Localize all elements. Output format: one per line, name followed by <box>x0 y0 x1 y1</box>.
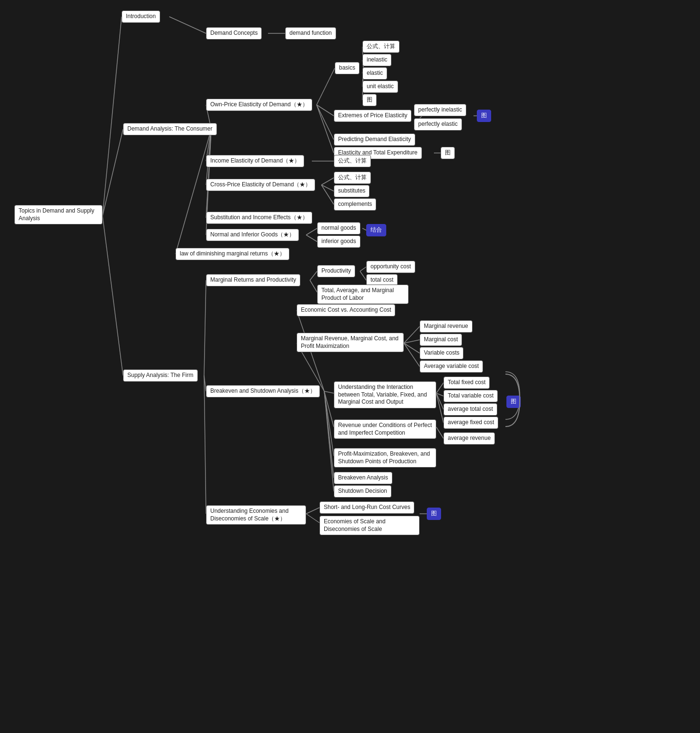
svg-line-0 <box>103 17 122 216</box>
inelastic-node: inelastic <box>362 54 391 66</box>
svg-line-36 <box>360 267 366 271</box>
root-node: Topics in Demand and Supply Analysis <box>14 205 103 224</box>
svg-line-31 <box>204 280 206 376</box>
demand-analysis-node: Demand Analysis: The Consumer <box>123 123 217 135</box>
substitutes-node: substitutes <box>334 185 370 197</box>
svg-line-45 <box>404 326 420 343</box>
opportunity-cost-node: opportunity cost <box>366 261 415 273</box>
mindmap-container: Topics in Demand and Supply Analysis Int… <box>0 0 700 733</box>
total-avg-marginal-node: Total, Average, and Marginal Product of … <box>317 285 409 304</box>
demand-concepts-node: Demand Concepts <box>206 27 262 40</box>
elastic-node: elastic <box>362 67 387 80</box>
svg-line-44 <box>324 391 334 491</box>
intro-node: Introduction <box>122 10 160 23</box>
tu-blue3-node: 图 <box>427 508 441 520</box>
svg-line-42 <box>324 391 334 456</box>
extremes-price-node: Extremes of Price Elasticity <box>334 110 412 122</box>
svg-line-10 <box>317 68 335 105</box>
predicting-demand-node: Predicting Demand Elasticity <box>334 133 415 146</box>
inferior-goods-node: inferior goods <box>317 235 360 248</box>
marginal-returns-node: Marginal Returns and Productivity <box>206 274 300 286</box>
svg-line-11 <box>317 105 334 116</box>
svg-line-41 <box>324 391 334 427</box>
supply-analysis-node: Supply Analysis: The Firm <box>123 369 198 382</box>
income-elasticity-node: Income Elasticity of Demand（★） <box>206 155 304 167</box>
svg-line-24 <box>321 178 334 185</box>
svg-line-1 <box>103 129 123 216</box>
gongshi2-node: 公式、计算 <box>334 155 371 167</box>
total-fixed-cost-node: Total fixed cost <box>443 377 490 389</box>
svg-line-55 <box>306 508 319 514</box>
svg-line-54 <box>436 427 443 438</box>
svg-line-3 <box>169 17 206 33</box>
revenue-conditions-node: Revenue under Conditions of Perfect and … <box>334 419 436 439</box>
cross-price-elasticity-node: Cross-Price Elasticity of Demand（★） <box>206 179 315 191</box>
shutdown-decision-node: Shutdown Decision <box>334 485 391 498</box>
svg-line-13 <box>317 105 334 153</box>
total-variable-cost-node: Total variable cost <box>443 390 498 402</box>
marginal-revenue-cost-node: Marginal Revenue, Marginal Cost, and Pro… <box>297 333 404 352</box>
svg-line-52 <box>436 393 443 423</box>
svg-line-34 <box>310 271 317 280</box>
understanding-interaction-node: Understanding the Interaction between To… <box>334 381 436 408</box>
profit-breakeven-shutdown-node: Profit-Maximization, Breakeven, and Shut… <box>334 448 436 468</box>
normal-inferior-node: Normal and Inferior Goods（★） <box>206 229 299 241</box>
variable-costs-node: Variable costs <box>420 347 463 359</box>
svg-line-47 <box>404 343 420 353</box>
tu1-node: 图 <box>362 94 377 106</box>
complements-node: complements <box>334 198 376 211</box>
gongshi3-node: 公式、计算 <box>334 172 371 184</box>
svg-line-26 <box>321 185 334 204</box>
productivity-node: Productivity <box>317 265 355 277</box>
svg-line-29 <box>362 228 366 230</box>
tu-blue1-node: 图 <box>477 110 491 122</box>
svg-line-28 <box>306 235 317 242</box>
svg-line-37 <box>360 271 366 280</box>
marginal-cost-node: Marginal cost <box>420 334 462 346</box>
law-diminishing-node: law of diminishing marginal returns（★） <box>175 248 289 260</box>
substitution-income-node: Substitution and Income Effects（★） <box>206 212 312 224</box>
svg-line-8 <box>206 129 211 218</box>
unit-elastic-node: unit elastic <box>362 81 398 93</box>
svg-line-49 <box>436 383 443 393</box>
economic-vs-accounting-node: Economic Cost vs. Accounting Cost <box>297 304 395 316</box>
breakeven-shutdown-node: Breakeven and Shutdown Analysis（★） <box>206 385 320 397</box>
svg-line-50 <box>436 393 443 396</box>
breakeven-analysis-node: Breakeven Analysis <box>334 472 392 484</box>
avg-total-cost-node: average total cost <box>443 403 497 416</box>
avg-variable-cost-node: Average variable cost <box>420 360 483 373</box>
perfectly-elastic-node: perfectly elastic <box>414 118 462 131</box>
jiehe-blue-node: 结合 <box>366 224 386 236</box>
bracket-svg <box>501 372 529 429</box>
svg-line-48 <box>404 343 420 366</box>
svg-line-12 <box>317 105 334 140</box>
svg-line-2 <box>103 216 123 376</box>
gongshi1-node: 公式、计算 <box>362 41 400 53</box>
svg-line-56 <box>306 514 319 523</box>
understanding-economies-node: Understanding Economies and Diseconomies… <box>206 505 306 525</box>
svg-line-27 <box>306 228 317 235</box>
svg-line-46 <box>404 340 420 343</box>
basics-node: basics <box>335 62 360 74</box>
short-long-run-node: Short- and Long-Run Cost Curves <box>319 501 414 514</box>
avg-revenue-node: average revenue <box>443 432 495 445</box>
own-price-elasticity-node: Own-Price Elasticity of Demand（★） <box>206 99 312 111</box>
svg-line-51 <box>436 393 443 409</box>
svg-line-40 <box>324 391 334 393</box>
svg-line-35 <box>310 280 317 292</box>
svg-line-25 <box>321 185 334 191</box>
marginal-revenue-node: Marginal revenue <box>420 320 473 333</box>
demand-function-node: demand function <box>285 27 336 40</box>
perfectly-inelastic-node: perfectly inelastic <box>414 104 466 116</box>
svg-line-43 <box>324 391 334 478</box>
normal-goods-node: normal goods <box>317 222 360 234</box>
tu-small2-node: 图 <box>441 147 455 159</box>
economies-scale-node: Economies of Scale and Diseconomies of S… <box>319 516 420 535</box>
avg-fixed-cost-node: average fixed cost <box>443 417 498 429</box>
